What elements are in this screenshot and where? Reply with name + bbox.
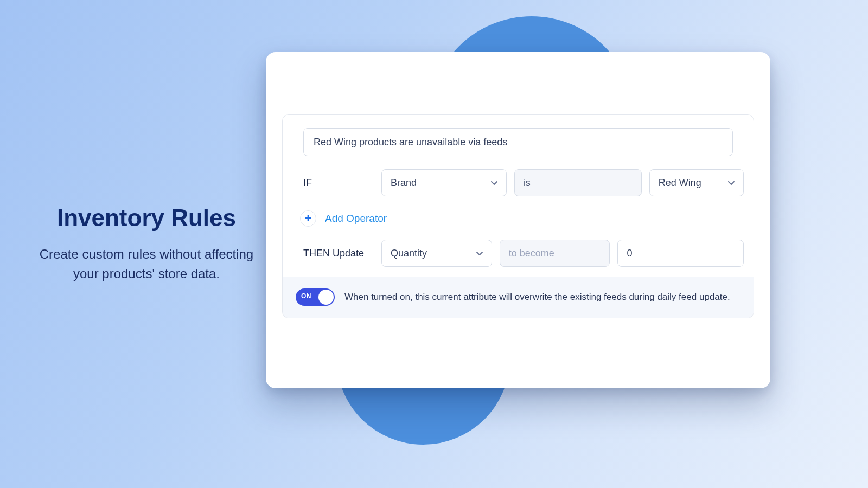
hero-title: Inventory Rules bbox=[38, 204, 255, 232]
if-field-value: Brand bbox=[391, 177, 417, 189]
hero-copy: Inventory Rules Create custom rules with… bbox=[38, 204, 255, 284]
chevron-down-icon bbox=[491, 179, 497, 187]
then-field-select[interactable]: Quantity bbox=[381, 240, 492, 267]
rule-name-value: Red Wing products are unavailable via fe… bbox=[314, 137, 507, 148]
chevron-down-icon bbox=[476, 249, 483, 258]
if-label: IF bbox=[303, 177, 374, 189]
divider bbox=[395, 219, 744, 219]
hero-subtitle: Create custom rules without affecting yo… bbox=[38, 245, 255, 284]
if-value-text: Red Wing bbox=[659, 177, 701, 189]
if-row: IF Brand is Red Wing bbox=[292, 169, 744, 196]
add-operator-label[interactable]: Add Operator bbox=[325, 213, 387, 224]
then-label: THEN Update bbox=[303, 248, 374, 259]
then-row: THEN Update Quantity to become 0 bbox=[292, 240, 744, 267]
then-field-value: Quantity bbox=[391, 248, 427, 259]
overwrite-toggle[interactable]: ON bbox=[296, 288, 335, 306]
then-operator-input[interactable]: to become bbox=[500, 240, 610, 267]
if-operator-value: is bbox=[524, 177, 531, 189]
toggle-state-label: ON bbox=[301, 292, 311, 300]
toggle-knob-icon bbox=[318, 290, 334, 305]
rule-editor-card: Red Wing products are unavailable via fe… bbox=[266, 52, 770, 388]
overwrite-toggle-description: When turned on, this current attribute w… bbox=[344, 291, 730, 304]
add-operator-row: + Add Operator bbox=[292, 206, 744, 240]
rule-panel: Red Wing products are unavailable via fe… bbox=[282, 114, 754, 318]
then-value-text: 0 bbox=[627, 248, 632, 259]
then-operator-placeholder: to become bbox=[509, 248, 554, 259]
chevron-down-icon bbox=[728, 179, 735, 187]
if-value-select[interactable]: Red Wing bbox=[649, 169, 744, 196]
if-field-select[interactable]: Brand bbox=[381, 169, 507, 196]
add-operator-button[interactable]: + bbox=[300, 210, 316, 227]
overwrite-toggle-row: ON When turned on, this current attribut… bbox=[283, 277, 754, 318]
if-operator-select[interactable]: is bbox=[514, 169, 642, 196]
then-value-input[interactable]: 0 bbox=[617, 240, 744, 267]
plus-icon: + bbox=[305, 213, 312, 224]
rule-name-input[interactable]: Red Wing products are unavailable via fe… bbox=[303, 128, 733, 156]
